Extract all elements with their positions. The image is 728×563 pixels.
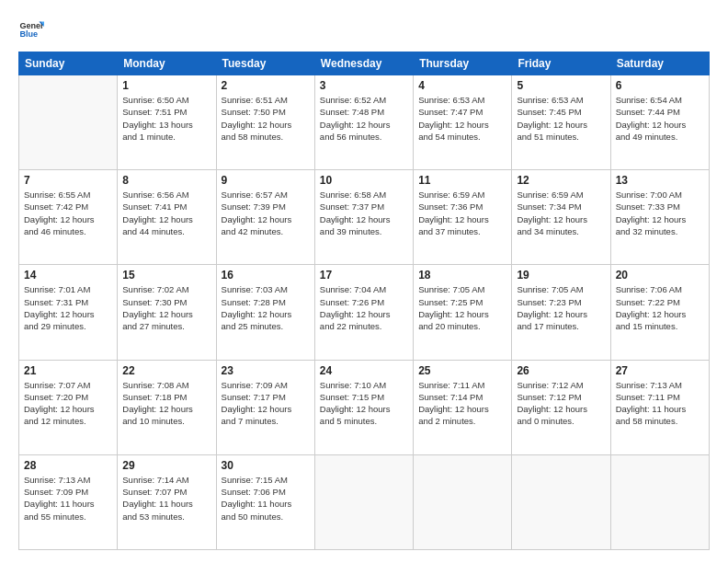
day-number: 7 — [24, 174, 112, 187]
day-number: 13 — [616, 174, 704, 187]
day-number: 23 — [222, 364, 310, 377]
day-number: 19 — [517, 269, 605, 282]
calendar-cell: 29Sunrise: 7:14 AM Sunset: 7:07 PM Dayli… — [118, 454, 216, 549]
day-info: Sunrise: 6:52 AM Sunset: 7:48 PM Dayligh… — [320, 94, 408, 143]
calendar-cell — [414, 454, 512, 549]
calendar-week-2: 7Sunrise: 6:55 AM Sunset: 7:42 PM Daylig… — [19, 170, 710, 265]
day-number: 3 — [320, 79, 408, 92]
day-number: 17 — [320, 269, 408, 282]
day-header-sunday: Sunday — [19, 52, 118, 75]
calendar-cell — [19, 75, 118, 170]
day-info: Sunrise: 7:11 AM Sunset: 7:14 PM Dayligh… — [418, 379, 506, 428]
day-number: 1 — [122, 79, 210, 92]
calendar-cell: 13Sunrise: 7:00 AM Sunset: 7:33 PM Dayli… — [610, 170, 709, 265]
day-info: Sunrise: 6:53 AM Sunset: 7:45 PM Dayligh… — [517, 94, 605, 143]
day-number: 9 — [222, 174, 310, 187]
day-number: 5 — [517, 79, 605, 92]
day-number: 30 — [222, 459, 310, 472]
logo-icon: General Blue — [18, 17, 44, 42]
day-info: Sunrise: 6:55 AM Sunset: 7:42 PM Dayligh… — [24, 189, 112, 237]
day-info: Sunrise: 7:12 AM Sunset: 7:12 PM Dayligh… — [517, 379, 605, 428]
day-number: 6 — [616, 79, 704, 92]
calendar-cell — [610, 454, 709, 549]
day-number: 10 — [320, 174, 408, 187]
day-info: Sunrise: 6:54 AM Sunset: 7:44 PM Dayligh… — [616, 94, 704, 143]
calendar-cell: 30Sunrise: 7:15 AM Sunset: 7:06 PM Dayli… — [216, 454, 314, 549]
day-info: Sunrise: 7:05 AM Sunset: 7:23 PM Dayligh… — [517, 283, 605, 332]
page-header: General Blue — [18, 17, 710, 42]
day-info: Sunrise: 6:57 AM Sunset: 7:39 PM Dayligh… — [222, 189, 310, 237]
calendar-week-4: 21Sunrise: 7:07 AM Sunset: 7:20 PM Dayli… — [19, 360, 710, 454]
calendar-cell: 3Sunrise: 6:52 AM Sunset: 7:48 PM Daylig… — [314, 75, 413, 170]
day-info: Sunrise: 7:10 AM Sunset: 7:15 PM Dayligh… — [320, 379, 408, 428]
day-number: 11 — [418, 174, 506, 187]
day-number: 24 — [320, 364, 408, 377]
day-info: Sunrise: 7:08 AM Sunset: 7:18 PM Dayligh… — [122, 379, 210, 428]
day-number: 25 — [418, 364, 506, 377]
day-info: Sunrise: 7:13 AM Sunset: 7:11 PM Dayligh… — [616, 379, 704, 428]
calendar-cell: 5Sunrise: 6:53 AM Sunset: 7:45 PM Daylig… — [512, 75, 610, 170]
day-number: 2 — [222, 79, 310, 92]
calendar-cell: 8Sunrise: 6:56 AM Sunset: 7:41 PM Daylig… — [118, 170, 216, 265]
day-number: 28 — [24, 459, 112, 472]
calendar-cell: 15Sunrise: 7:02 AM Sunset: 7:30 PM Dayli… — [118, 265, 216, 360]
calendar-table: SundayMondayTuesdayWednesdayThursdayFrid… — [18, 52, 710, 550]
calendar-cell: 10Sunrise: 6:58 AM Sunset: 7:37 PM Dayli… — [314, 170, 413, 265]
day-info: Sunrise: 7:05 AM Sunset: 7:25 PM Dayligh… — [418, 283, 506, 332]
day-number: 20 — [616, 269, 704, 282]
day-info: Sunrise: 7:01 AM Sunset: 7:31 PM Dayligh… — [24, 283, 112, 332]
calendar-cell: 4Sunrise: 6:53 AM Sunset: 7:47 PM Daylig… — [414, 75, 512, 170]
day-number: 8 — [122, 174, 210, 187]
calendar-header-row: SundayMondayTuesdayWednesdayThursdayFrid… — [19, 52, 710, 75]
day-number: 15 — [122, 269, 210, 282]
calendar-cell: 22Sunrise: 7:08 AM Sunset: 7:18 PM Dayli… — [118, 360, 216, 454]
calendar-cell: 25Sunrise: 7:11 AM Sunset: 7:14 PM Dayli… — [414, 360, 512, 454]
calendar-cell: 18Sunrise: 7:05 AM Sunset: 7:25 PM Dayli… — [414, 265, 512, 360]
calendar-cell: 1Sunrise: 6:50 AM Sunset: 7:51 PM Daylig… — [118, 75, 216, 170]
calendar-cell: 27Sunrise: 7:13 AM Sunset: 7:11 PM Dayli… — [610, 360, 709, 454]
calendar-cell: 7Sunrise: 6:55 AM Sunset: 7:42 PM Daylig… — [19, 170, 118, 265]
calendar-cell: 20Sunrise: 7:06 AM Sunset: 7:22 PM Dayli… — [610, 265, 709, 360]
day-number: 16 — [222, 269, 310, 282]
logo: General Blue — [18, 17, 44, 42]
calendar-week-3: 14Sunrise: 7:01 AM Sunset: 7:31 PM Dayli… — [19, 265, 710, 360]
day-number: 29 — [122, 459, 210, 472]
day-info: Sunrise: 6:56 AM Sunset: 7:41 PM Dayligh… — [122, 189, 210, 237]
calendar-cell: 16Sunrise: 7:03 AM Sunset: 7:28 PM Dayli… — [216, 265, 314, 360]
calendar-cell: 19Sunrise: 7:05 AM Sunset: 7:23 PM Dayli… — [512, 265, 610, 360]
day-info: Sunrise: 7:04 AM Sunset: 7:26 PM Dayligh… — [320, 283, 408, 332]
calendar-cell: 9Sunrise: 6:57 AM Sunset: 7:39 PM Daylig… — [216, 170, 314, 265]
calendar-cell: 2Sunrise: 6:51 AM Sunset: 7:50 PM Daylig… — [216, 75, 314, 170]
day-number: 14 — [24, 269, 112, 282]
day-number: 26 — [517, 364, 605, 377]
calendar-cell — [512, 454, 610, 549]
day-info: Sunrise: 7:15 AM Sunset: 7:06 PM Dayligh… — [222, 474, 310, 523]
day-info: Sunrise: 7:13 AM Sunset: 7:09 PM Dayligh… — [24, 474, 112, 523]
day-info: Sunrise: 7:14 AM Sunset: 7:07 PM Dayligh… — [122, 474, 210, 523]
calendar-cell: 12Sunrise: 6:59 AM Sunset: 7:34 PM Dayli… — [512, 170, 610, 265]
calendar-cell: 14Sunrise: 7:01 AM Sunset: 7:31 PM Dayli… — [19, 265, 118, 360]
day-info: Sunrise: 6:59 AM Sunset: 7:36 PM Dayligh… — [418, 189, 506, 237]
day-header-saturday: Saturday — [610, 52, 709, 75]
day-info: Sunrise: 7:03 AM Sunset: 7:28 PM Dayligh… — [222, 283, 310, 332]
calendar-cell: 21Sunrise: 7:07 AM Sunset: 7:20 PM Dayli… — [19, 360, 118, 454]
calendar-cell: 6Sunrise: 6:54 AM Sunset: 7:44 PM Daylig… — [610, 75, 709, 170]
calendar-cell: 28Sunrise: 7:13 AM Sunset: 7:09 PM Dayli… — [19, 454, 118, 549]
svg-text:Blue: Blue — [19, 29, 38, 39]
calendar-cell — [314, 454, 413, 549]
day-info: Sunrise: 6:58 AM Sunset: 7:37 PM Dayligh… — [320, 189, 408, 237]
day-number: 12 — [517, 174, 605, 187]
day-info: Sunrise: 6:59 AM Sunset: 7:34 PM Dayligh… — [517, 189, 605, 237]
calendar-cell: 26Sunrise: 7:12 AM Sunset: 7:12 PM Dayli… — [512, 360, 610, 454]
calendar-week-1: 1Sunrise: 6:50 AM Sunset: 7:51 PM Daylig… — [19, 75, 710, 170]
calendar-cell: 11Sunrise: 6:59 AM Sunset: 7:36 PM Dayli… — [414, 170, 512, 265]
day-header-monday: Monday — [118, 52, 216, 75]
calendar-cell: 24Sunrise: 7:10 AM Sunset: 7:15 PM Dayli… — [314, 360, 413, 454]
day-info: Sunrise: 7:06 AM Sunset: 7:22 PM Dayligh… — [616, 283, 704, 332]
day-number: 27 — [616, 364, 704, 377]
day-info: Sunrise: 7:00 AM Sunset: 7:33 PM Dayligh… — [616, 189, 704, 237]
calendar-cell: 17Sunrise: 7:04 AM Sunset: 7:26 PM Dayli… — [314, 265, 413, 360]
day-info: Sunrise: 7:07 AM Sunset: 7:20 PM Dayligh… — [24, 379, 112, 428]
day-info: Sunrise: 6:53 AM Sunset: 7:47 PM Dayligh… — [418, 94, 506, 143]
day-header-friday: Friday — [512, 52, 610, 75]
